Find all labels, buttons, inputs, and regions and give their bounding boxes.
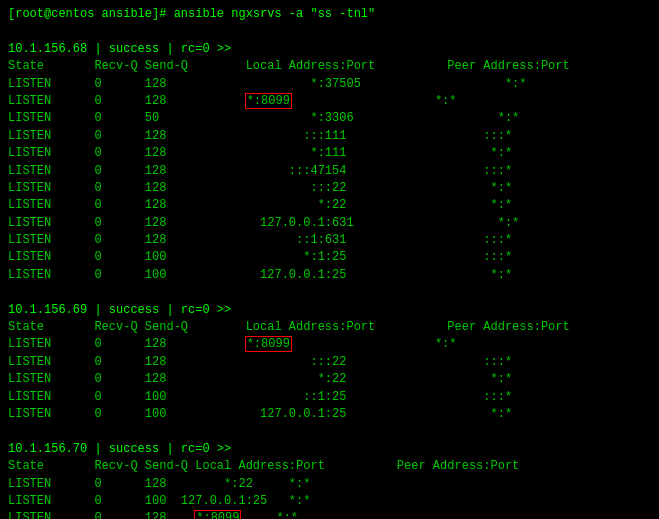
- section2-col-header: State Recv-Q Send-Q Local Address:Port P…: [8, 319, 651, 336]
- spacer2: [8, 284, 651, 301]
- highlight-8099-s2: *:8099: [246, 337, 291, 351]
- table-row: LISTEN 0 128 *:37505 *:*: [8, 76, 651, 93]
- section3-header-text: 10.1.156.70 | success | rc=0 >>: [8, 441, 651, 458]
- table-row: LISTEN 0 100 ::1:25 :::*: [8, 389, 651, 406]
- table-row: LISTEN 0 128 *:8099 *:*: [8, 93, 651, 110]
- table-row: LISTEN 0 128 *:8099 *:*: [8, 336, 651, 353]
- section1-header-text: 10.1.156.68 | success | rc=0 >>: [8, 41, 651, 58]
- highlight-8099-s3: *:8099: [195, 511, 240, 519]
- table-row: LISTEN 0 100 127.0.0.1:25 *:*: [8, 267, 651, 284]
- table-row: LISTEN 0 128 *:22 *:*: [8, 197, 651, 214]
- table-row: LISTEN 0 100 127.0.0.1:25 *:*: [8, 406, 651, 423]
- table-row: LISTEN 0 128 *:22 *:*: [8, 371, 651, 388]
- prompt-line: [root@centos ansible]# ansible ngxsrvs -…: [8, 6, 651, 23]
- table-row: LISTEN 0 128 *:111 *:*: [8, 145, 651, 162]
- spacer3: [8, 423, 651, 440]
- table-row: LISTEN 0 50 *:3306 *:*: [8, 110, 651, 127]
- table-row: LISTEN 0 100 127.0.0.1:25 *:*: [8, 493, 651, 510]
- table-row: LISTEN 0 128 *:8099 *:*: [8, 510, 651, 519]
- section1-col-header: State Recv-Q Send-Q Local Address:Port P…: [8, 58, 651, 75]
- table-row: LISTEN 0 128 *:22 *:*: [8, 476, 651, 493]
- section1-header: [8, 23, 651, 40]
- table-row: LISTEN 0 128 127.0.0.1:631 *:*: [8, 215, 651, 232]
- table-row: LISTEN 0 128 :::47154 :::*: [8, 163, 651, 180]
- table-row: LISTEN 0 128 :::111 :::*: [8, 128, 651, 145]
- highlight-8099-s1: *:8099: [246, 94, 291, 108]
- table-row: LISTEN 0 128 :::22 :::*: [8, 354, 651, 371]
- terminal: [root@centos ansible]# ansible ngxsrvs -…: [8, 6, 651, 519]
- table-row: LISTEN 0 128 :::22 *:*: [8, 180, 651, 197]
- section3-col-header: State Recv-Q Send-Q Local Address:Port P…: [8, 458, 651, 475]
- table-row: LISTEN 0 128 ::1:631 :::*: [8, 232, 651, 249]
- table-row: LISTEN 0 100 *:1:25 :::*: [8, 249, 651, 266]
- section2-header-text: 10.1.156.69 | success | rc=0 >>: [8, 302, 651, 319]
